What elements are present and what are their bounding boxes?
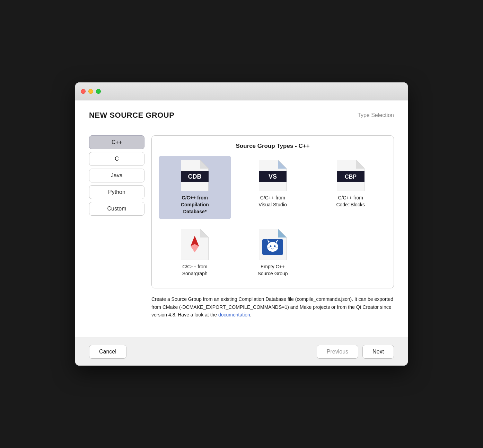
vs-icon: VS xyxy=(259,160,287,191)
header-divider xyxy=(89,127,394,127)
vs-label: C/C++ fromVisual Studio xyxy=(258,195,287,208)
sidebar-item-cpp[interactable]: C++ xyxy=(89,135,144,149)
svg-marker-5 xyxy=(278,160,287,169)
main-layout: C++ C Java Python Custom Source Group Ty… xyxy=(89,135,394,319)
svg-marker-18 xyxy=(278,229,287,238)
titlebar xyxy=(75,82,408,100)
content-area: Source Group Types - C++ CDB xyxy=(151,135,394,319)
cbp-label: C/C++ fromCode::Blocks xyxy=(336,195,365,208)
minimize-button[interactable] xyxy=(88,89,93,94)
description-text: Create a Source Group from an existing C… xyxy=(151,296,393,317)
svg-text:CBP: CBP xyxy=(345,174,357,180)
svg-text:VS: VS xyxy=(269,173,277,180)
cdb-label: C/C++ fromCompilationDatabase* xyxy=(181,195,209,215)
header: NEW SOURCE GROUP Type Selection xyxy=(89,111,394,120)
svg-marker-13 xyxy=(200,229,209,238)
maximize-button[interactable] xyxy=(96,89,101,94)
previous-button[interactable]: Previous xyxy=(317,345,358,359)
footer: Cancel Previous Next xyxy=(75,338,408,366)
window-content: NEW SOURCE GROUP Type Selection C++ C Ja… xyxy=(75,100,408,337)
type-grid-row1: CDB C/C++ fromCompilationDatabase* xyxy=(159,156,387,281)
page-title: NEW SOURCE GROUP xyxy=(89,111,174,120)
description: Create a Source Group from an existing C… xyxy=(151,295,394,319)
svg-point-24 xyxy=(274,245,275,247)
step-label: Type Selection xyxy=(358,112,394,118)
svg-point-23 xyxy=(270,245,271,247)
svg-text:CDB: CDB xyxy=(188,173,202,180)
svg-marker-1 xyxy=(200,160,209,169)
svg-marker-9 xyxy=(356,160,365,169)
svg-point-20 xyxy=(267,242,278,252)
empty-cpp-icon xyxy=(259,229,287,260)
type-item-sonargraph[interactable]: C/C++ fromSonargraph xyxy=(159,225,231,281)
type-item-cdb[interactable]: CDB C/C++ fromCompilationDatabase* xyxy=(159,156,231,219)
sidebar-item-python[interactable]: Python xyxy=(89,185,144,199)
type-item-vs[interactable]: VS C/C++ fromVisual Studio xyxy=(237,156,309,219)
sidebar: C++ C Java Python Custom xyxy=(89,135,144,319)
type-item-empty-cpp[interactable]: Empty C++Source Group xyxy=(237,225,309,281)
sidebar-item-c[interactable]: C xyxy=(89,152,144,166)
sonargraph-label: C/C++ fromSonargraph xyxy=(182,263,208,277)
empty-cpp-label: Empty C++Source Group xyxy=(257,263,288,277)
app-window: NEW SOURCE GROUP Type Selection C++ C Ja… xyxy=(75,82,408,365)
cdb-icon: CDB xyxy=(181,160,209,191)
empty-cell xyxy=(314,225,387,281)
source-group-panel: Source Group Types - C++ CDB xyxy=(151,135,394,288)
sidebar-item-custom[interactable]: Custom xyxy=(89,202,144,216)
next-button[interactable]: Next xyxy=(362,345,394,359)
documentation-link[interactable]: documentation xyxy=(218,312,250,317)
description-after: . xyxy=(250,312,252,317)
sonargraph-icon xyxy=(181,229,209,260)
panel-title: Source Group Types - C++ xyxy=(159,143,387,150)
cancel-button[interactable]: Cancel xyxy=(89,345,126,359)
sidebar-item-java[interactable]: Java xyxy=(89,169,144,182)
cbp-icon: CBP xyxy=(337,160,365,191)
type-item-cbp[interactable]: CBP C/C++ fromCode::Blocks xyxy=(314,156,387,219)
close-button[interactable] xyxy=(81,89,86,94)
traffic-lights xyxy=(81,89,101,94)
